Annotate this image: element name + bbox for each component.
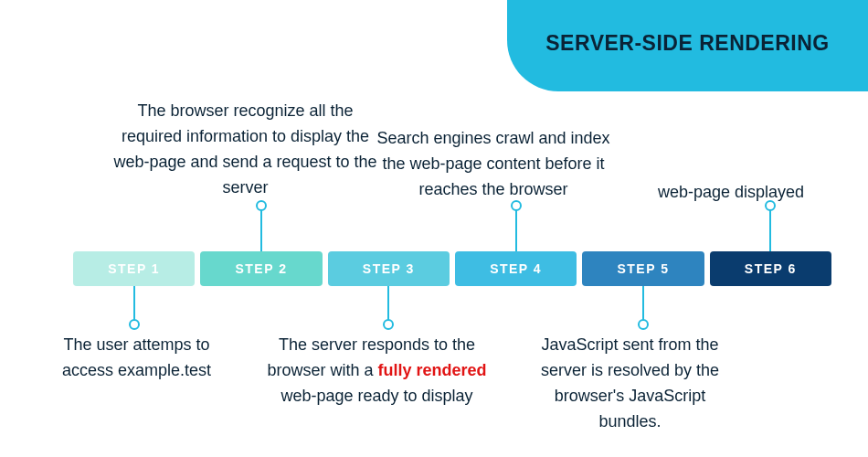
step-label: STEP 2 — [235, 261, 287, 276]
caption-text: Search engines crawl and index the web-p… — [376, 129, 609, 198]
connector-dot — [129, 319, 140, 330]
step-label: STEP 5 — [617, 261, 669, 276]
step-brick-1: STEP 1 — [73, 251, 195, 286]
caption-highlight: fully rendered — [378, 361, 487, 379]
connector-dot — [256, 200, 267, 211]
connector-2 — [260, 206, 262, 251]
step-brick-6: STEP 6 — [710, 251, 831, 286]
title-banner: SERVER-SIDE RENDERING — [507, 0, 868, 91]
connector-dot — [638, 319, 649, 330]
caption-text: web-page displayed — [658, 183, 804, 201]
step-caption-2: The browser recognize all the required i… — [106, 99, 385, 201]
step-label: STEP 3 — [363, 261, 415, 276]
step-label: STEP 1 — [108, 261, 160, 276]
connector-3 — [387, 286, 389, 324]
step-caption-3: The server responds to the browser with … — [251, 333, 503, 409]
connector-1 — [133, 286, 135, 324]
step-label: STEP 6 — [745, 261, 797, 276]
caption-text-after: web-page ready to display — [281, 387, 472, 405]
connector-5 — [642, 286, 644, 324]
step-caption-6: web-page displayed — [640, 180, 822, 206]
connector-4 — [515, 206, 517, 251]
connector-6 — [769, 206, 771, 251]
caption-text: JavaScript sent from the server is resol… — [541, 335, 719, 430]
step-caption-5: JavaScript sent from the server is resol… — [523, 333, 737, 435]
connector-dot — [383, 319, 394, 330]
caption-text: The browser recognize all the required i… — [113, 101, 376, 197]
timeline-row: STEP 1STEP 2STEP 3STEP 4STEP 5STEP 6 — [73, 251, 831, 286]
step-brick-4: STEP 4 — [455, 251, 577, 286]
page-title: SERVER-SIDE RENDERING — [545, 31, 829, 56]
step-label: STEP 4 — [490, 261, 542, 276]
step-brick-5: STEP 5 — [582, 251, 704, 286]
step-brick-3: STEP 3 — [328, 251, 450, 286]
caption-text: The user attemps to access example.test — [62, 335, 211, 379]
step-brick-2: STEP 2 — [200, 251, 322, 286]
step-caption-1: The user attemps to access example.test — [38, 333, 235, 384]
step-caption-4: Search engines crawl and index the web-p… — [365, 126, 621, 203]
